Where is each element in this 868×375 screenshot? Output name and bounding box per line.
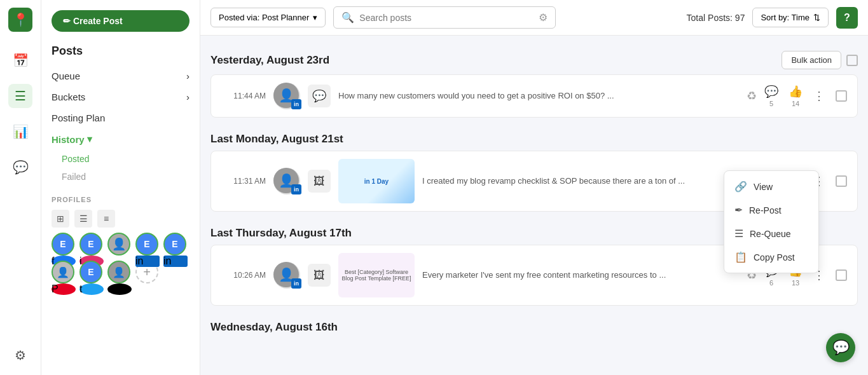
profile-view-icons: ⊞ ☰ ≡ bbox=[52, 210, 189, 228]
sidebar-sub-failed[interactable]: Failed bbox=[41, 168, 200, 186]
post-text-p1: How many new customers would you need to… bbox=[338, 90, 739, 102]
sidebar-item-queue[interactable]: Queue › bbox=[41, 65, 200, 86]
post-li-badge-p1: in bbox=[291, 99, 301, 109]
date-header-aug16: Wednesday, August 16th bbox=[210, 316, 858, 339]
profile-avatar-2[interactable]: E i bbox=[79, 233, 104, 257]
post-checkbox-p1[interactable] bbox=[836, 90, 847, 102]
sidebar-posting-plan-label: Posting Plan bbox=[52, 112, 105, 123]
search-bar: 🔍 ⚙ bbox=[333, 6, 556, 29]
help-button[interactable]: ? bbox=[836, 7, 858, 29]
grid-view-icon[interactable]: ⊞ bbox=[52, 210, 69, 228]
search-input[interactable] bbox=[359, 13, 534, 23]
post-thumbnail-p2: in 1 Day bbox=[338, 159, 415, 203]
sidebar-title: Posts bbox=[41, 44, 200, 65]
date-header-aug23: Yesterday, August 23rd Bulk action bbox=[210, 46, 858, 74]
create-post-button[interactable]: ✏ Create Post bbox=[52, 10, 189, 32]
context-menu: 🔗 View ✒ Re-Post ☰ Re-Queue 📋 Copy Post bbox=[724, 170, 819, 273]
post-li-badge-p2: in bbox=[291, 184, 301, 194]
post-time-p3: 10:26 AM bbox=[221, 271, 266, 280]
date-header-aug21: Last Monday, August 21st bbox=[210, 128, 858, 151]
sidebar-queue-label: Queue bbox=[52, 71, 80, 81]
more-button-p1[interactable]: ⋮ bbox=[810, 87, 828, 105]
nav-analytics[interactable]: 📊 bbox=[8, 119, 32, 144]
profile-avatar-3[interactable]: 👤 bbox=[107, 233, 132, 257]
recycle-icon-p1[interactable]: ♻ bbox=[747, 89, 757, 103]
chat-button[interactable]: 💬 bbox=[826, 333, 855, 362]
post-type-icon-p3: 🖼 bbox=[308, 264, 331, 287]
filter-label: Posted via: Post Planner bbox=[219, 13, 309, 22]
nav-calendar[interactable]: 📅 bbox=[8, 48, 32, 72]
filter-button[interactable]: Posted via: Post Planner ▾ bbox=[210, 8, 326, 27]
pinterest-badge: P bbox=[52, 283, 76, 295]
list-view-icon[interactable]: ☰ bbox=[74, 210, 92, 228]
comment-action-p1[interactable]: 💬 5 bbox=[764, 85, 778, 107]
context-repost-label: Re-Post bbox=[749, 205, 782, 215]
post-checkbox-p2[interactable] bbox=[836, 175, 847, 187]
requeue-icon: ☰ bbox=[734, 228, 743, 240]
profiles-section: PROFILES ⊞ ☰ ≡ E f E i 👤 E in bbox=[41, 186, 200, 295]
context-menu-view[interactable]: 🔗 View bbox=[724, 175, 818, 198]
app-logo[interactable]: 📍 bbox=[8, 8, 32, 32]
profile-avatar-5[interactable]: E in bbox=[163, 233, 188, 257]
comment-count-p1: 5 bbox=[769, 100, 773, 107]
date-section-aug23: Yesterday, August 23rd Bulk action 11:44… bbox=[210, 46, 858, 118]
profile-avatars-list: E f E i 👤 E in E in bbox=[52, 233, 189, 285]
buckets-chevron-icon: › bbox=[186, 92, 189, 102]
like-icon-p1: 👍 bbox=[789, 85, 803, 99]
history-label: History bbox=[52, 134, 85, 145]
date-title-aug21: Last Monday, August 21st bbox=[210, 133, 343, 146]
logo-icon: 📍 bbox=[13, 12, 29, 27]
sidebar-item-history[interactable]: History ▾ bbox=[41, 128, 200, 150]
sidebar-item-buckets[interactable]: Buckets › bbox=[41, 86, 200, 107]
search-settings-icon[interactable]: ⚙ bbox=[539, 11, 548, 24]
view-icon: 🔗 bbox=[734, 181, 747, 193]
compact-view-icon[interactable]: ≡ bbox=[97, 210, 115, 228]
post-checkbox-p3[interactable] bbox=[836, 269, 847, 281]
profile-avatar-4[interactable]: E in bbox=[135, 233, 160, 257]
bulk-action-area: Bulk action bbox=[782, 51, 858, 69]
bulk-checkbox[interactable] bbox=[846, 55, 858, 66]
total-label: Total Posts: bbox=[687, 13, 733, 23]
post-actions-p1: 💬 5 👍 14 bbox=[764, 85, 803, 107]
profile-avatar-6[interactable]: 👤 P bbox=[52, 261, 76, 285]
date-title-aug16: Wednesday, August 16th bbox=[210, 321, 338, 334]
nav-messages[interactable]: 💬 bbox=[8, 155, 32, 179]
icon-rail: 📍 📅 ☰ 📊 💬 ⚙ bbox=[0, 0, 41, 375]
sort-label: Sort by: Time bbox=[761, 13, 809, 22]
profile-avatar-7[interactable]: E t bbox=[79, 261, 104, 285]
comment-icon-p1: 💬 bbox=[764, 85, 778, 99]
post-avatar-p3: 👤 in bbox=[273, 262, 300, 289]
nav-posts[interactable]: ☰ bbox=[8, 84, 32, 108]
like-action-p1[interactable]: 👍 14 bbox=[789, 85, 803, 107]
post-avatar-p1: 👤 in bbox=[273, 83, 300, 109]
linkedin-badge-2: in bbox=[163, 256, 188, 267]
linkedin-badge-1: in bbox=[135, 256, 160, 267]
post-text-p3: Every marketer I've sent my free content… bbox=[422, 269, 739, 282]
sort-icon: ⇅ bbox=[813, 13, 820, 22]
context-menu-copy[interactable]: 📋 Copy Post bbox=[724, 245, 818, 269]
context-menu-repost[interactable]: ✒ Re-Post bbox=[724, 198, 818, 222]
sidebar-item-posting-plan[interactable]: Posting Plan bbox=[41, 107, 200, 128]
sort-button[interactable]: Sort by: Time ⇅ bbox=[752, 8, 829, 27]
sidebar-sub-posted[interactable]: Posted bbox=[41, 150, 200, 168]
post-time-p1: 11:44 AM bbox=[221, 92, 266, 100]
context-view-label: View bbox=[754, 182, 773, 192]
nav-settings[interactable]: ⚙ bbox=[8, 343, 32, 367]
filter-dropdown-icon: ▾ bbox=[313, 13, 317, 22]
post-card-p2: 11:31 AM 👤 in 🖼 in 1 Day I created my bl… bbox=[210, 151, 858, 212]
post-type-icon-p1: 💬 bbox=[308, 85, 331, 107]
date-section-aug16: Wednesday, August 16th bbox=[210, 316, 858, 339]
profile-avatar-8[interactable]: 👤 ♪ bbox=[107, 261, 132, 285]
post-li-badge-p3: in bbox=[291, 278, 301, 289]
post-avatar-p2: 👤 in bbox=[273, 168, 300, 194]
bulk-action-button[interactable]: Bulk action bbox=[782, 51, 841, 69]
context-menu-requeue[interactable]: ☰ Re-Queue bbox=[724, 222, 818, 245]
context-copy-label: Copy Post bbox=[754, 252, 795, 262]
top-bar-right: Total Posts: 97 Sort by: Time ⇅ ? bbox=[687, 7, 858, 29]
post-time-p2: 11:31 AM bbox=[221, 177, 266, 186]
sidebar-buckets-label: Buckets bbox=[52, 92, 85, 102]
date-section-aug21: Last Monday, August 21st 11:31 AM 👤 in 🖼… bbox=[210, 128, 858, 212]
post-content-p1: How many new customers would you need to… bbox=[338, 90, 739, 102]
profile-avatar-1[interactable]: E f bbox=[52, 233, 76, 257]
history-chevron-icon: ▾ bbox=[87, 133, 92, 145]
